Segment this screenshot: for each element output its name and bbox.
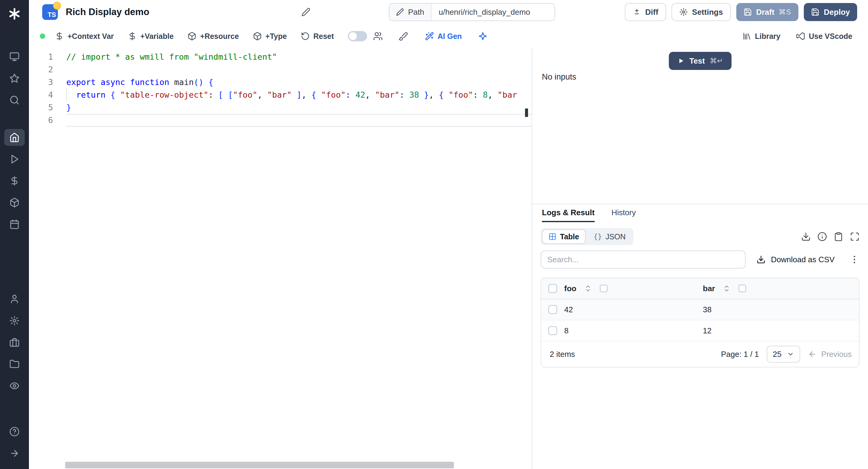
overview-ruler-cursor [525, 108, 528, 117]
test-panel: Test ⌘↵ No inputs [532, 48, 868, 205]
cell-value: 12 [703, 326, 712, 336]
cell-value: 42 [564, 305, 573, 314]
expand-icon[interactable] [850, 232, 860, 242]
download-csv-button[interactable]: Download as CSV [756, 255, 835, 264]
column-header-foo[interactable]: foo [564, 284, 576, 293]
dollar-icon [128, 32, 137, 41]
deploy-button[interactable]: Deploy [804, 3, 857, 21]
format-brush-icon[interactable] [398, 31, 408, 41]
code-editor[interactable]: 123456 // import * as wmill from "windmi… [29, 48, 532, 469]
previous-page-button[interactable]: Previous [808, 350, 852, 359]
user-icon[interactable] [4, 290, 25, 307]
line-number: 4 [29, 89, 53, 101]
edit-title-pencil-icon[interactable] [301, 7, 310, 17]
help-icon[interactable] [4, 423, 25, 440]
eye-icon[interactable] [4, 377, 25, 394]
settings-button[interactable]: Settings [672, 3, 731, 21]
kebab-menu-icon[interactable] [849, 254, 860, 264]
page-title: Rich Display demo [66, 7, 149, 18]
code-line[interactable]: return { "table-row-object": [ ["foo", "… [66, 89, 532, 101]
use-vscode-button[interactable]: Use VScode [796, 32, 852, 41]
braces-icon: {} [593, 233, 602, 241]
cell-value: 38 [703, 305, 712, 314]
home-icon[interactable] [4, 129, 25, 146]
column-select-checkbox[interactable] [738, 285, 746, 292]
reset-button[interactable]: Reset [301, 32, 334, 41]
right-panel: Test ⌘↵ No inputs Logs & Result History [532, 48, 868, 469]
editor-gutter: 123456 [29, 51, 60, 469]
result-tabs: Logs & Result History [532, 205, 868, 222]
folder-icon[interactable] [4, 356, 25, 373]
runs-play-icon[interactable] [4, 151, 25, 167]
add-variable-button[interactable]: +Variable [128, 32, 174, 41]
draft-button[interactable]: Draft ⌘S [736, 3, 799, 21]
select-all-checkbox[interactable] [548, 284, 557, 293]
search-icon[interactable] [4, 92, 25, 108]
add-type-button[interactable]: +Type [253, 32, 287, 41]
column-select-checkbox[interactable] [600, 285, 608, 292]
column-header-bar[interactable]: bar [703, 284, 715, 293]
row-checkbox[interactable] [548, 305, 557, 314]
gear-icon[interactable] [4, 312, 25, 329]
code-line[interactable]: // import * as wmill from "windmill-clie… [66, 51, 532, 63]
expand-sidebar-arrow-icon[interactable] [4, 445, 25, 462]
test-button[interactable]: Test ⌘↵ [669, 52, 732, 70]
results-area: Table {} JSON [532, 222, 868, 469]
path-group: Path u/henri/rich_display_demo [389, 3, 555, 21]
library-button[interactable]: Library [742, 32, 781, 41]
result-table: foo bar 42 [541, 278, 860, 368]
schedules-calendar-icon[interactable] [4, 216, 25, 233]
app-window: TS Rich Display demo Path u/henri/rich_d… [0, 0, 868, 469]
test-shortcut: ⌘↵ [710, 57, 723, 65]
monitor-icon[interactable] [4, 48, 25, 65]
add-context-var-button[interactable]: +Context Var [55, 32, 114, 41]
diff-icon [632, 8, 641, 16]
code-line[interactable] [66, 63, 532, 76]
table-row[interactable]: 8 12 [541, 320, 859, 342]
tab-history[interactable]: History [612, 208, 636, 222]
workers-briefcase-icon[interactable] [4, 334, 25, 351]
code-line[interactable]: export async function main() { [66, 76, 532, 89]
editor-toolbar: +Context Var +Variable +Resource +Type R… [29, 24, 868, 48]
copy-clipboard-icon[interactable] [834, 232, 843, 242]
pencil-icon [396, 8, 404, 16]
star-icon[interactable] [4, 70, 25, 87]
download-result-icon[interactable] [801, 232, 811, 242]
diff-button[interactable]: Diff [625, 3, 666, 21]
table-header-row: foo bar [541, 278, 859, 299]
table-footer: 2 items Page: 1 / 1 25 Previous [541, 342, 859, 367]
code-line[interactable] [66, 114, 532, 127]
ai-gen-button[interactable]: AI Gen [425, 32, 462, 41]
sparkles-icon[interactable] [478, 31, 488, 41]
resources-package-icon[interactable] [4, 194, 25, 211]
dollar-icon [55, 32, 64, 41]
page-size-select[interactable]: 25 [767, 346, 800, 363]
line-number: 2 [29, 63, 53, 76]
view-json-toggle[interactable]: {} JSON [587, 229, 632, 244]
horizontal-scrollbar[interactable] [65, 462, 454, 468]
info-icon[interactable] [817, 232, 827, 242]
vscode-icon [796, 32, 805, 41]
table-row[interactable]: 42 38 [541, 299, 859, 320]
view-toggle-group: Table {} JSON [541, 228, 633, 245]
arrow-left-icon [808, 350, 816, 358]
add-resource-button[interactable]: +Resource [187, 32, 239, 41]
reset-icon [301, 32, 310, 41]
variables-dollar-icon[interactable] [4, 173, 25, 189]
users-icon[interactable] [373, 31, 383, 41]
row-checkbox[interactable] [548, 326, 557, 335]
play-icon [677, 57, 684, 64]
typescript-badge-label: TS [48, 11, 56, 19]
path-edit-button[interactable]: Path [390, 4, 432, 21]
collab-toggle[interactable] [348, 31, 367, 41]
windmill-logo[interactable] [5, 5, 24, 23]
tab-logs-result[interactable]: Logs & Result [542, 208, 595, 222]
sort-icon[interactable] [584, 285, 592, 292]
view-table-toggle[interactable]: Table [542, 229, 586, 244]
sort-icon[interactable] [723, 285, 731, 292]
sidebar [0, 0, 29, 469]
code-line[interactable]: } [66, 101, 532, 114]
path-value[interactable]: u/henri/rich_display_demo [432, 4, 555, 21]
search-input[interactable] [541, 250, 746, 269]
emoji-sticker-icon [53, 2, 61, 10]
